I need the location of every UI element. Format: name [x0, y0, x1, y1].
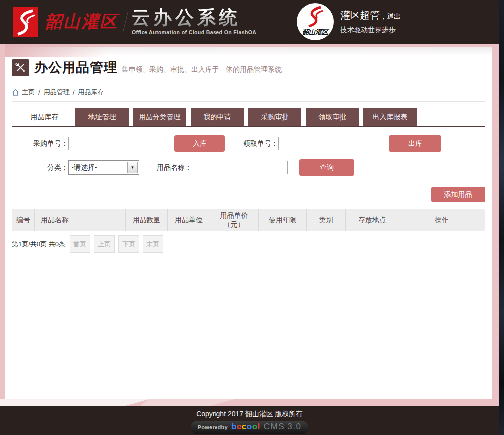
content-card: 办公用品管理 集申领、采购、审批、出入库于一体的用品管理系统 主页 / 用品管理…: [5, 47, 492, 399]
breadcrumb-supplies-management[interactable]: 用品管理: [44, 88, 70, 97]
cms-badge: Poweredby becool CMS 3.0: [191, 421, 309, 434]
brand-calligraphy: 韶山灌区: [45, 10, 118, 33]
inbound-button[interactable]: 入库: [174, 135, 225, 152]
pagination-summary: 第1页/共0页 共0条: [12, 240, 65, 249]
tab-purchase-approval[interactable]: 采购审批: [248, 108, 301, 126]
tab-inventory[interactable]: 用品库存: [18, 108, 71, 126]
logout-link[interactable]: 退出: [387, 12, 401, 20]
col-header-unit: 用品单位: [168, 209, 210, 231]
breadcrumb-current: 用品库存: [78, 88, 104, 97]
avatar-caption: 韶山灌区: [297, 28, 334, 37]
becool-letter: b: [231, 422, 237, 431]
filter-panel: 采购单号： 入库 领取单号： 出库 分类： -请选择- ▼ 用品名称： 查询: [12, 127, 485, 202]
pickup-no-input[interactable]: [278, 137, 376, 150]
tab-inout-report[interactable]: 出入库报表: [363, 108, 417, 126]
breadcrumb-home[interactable]: 主页: [22, 88, 35, 97]
filter-row-3: 添加用品: [12, 187, 485, 202]
app-title: 云办公系统: [132, 8, 256, 28]
col-header-category: 类别: [307, 209, 346, 231]
inventory-table: 编号 用品名称 用品数量 用品单位 用品单价（元） 使用年限 类别 存放地点 操…: [12, 209, 485, 231]
category-label: 分类：: [12, 163, 68, 172]
col-header-id: 编号: [12, 209, 35, 231]
user-text: 灌区超管，退出 技术驱动世界进步: [340, 9, 401, 35]
app-header: 韶山灌区 云办公系统 Office Automation of Cloud Ba…: [0, 0, 499, 44]
select-dropdown-arrow-icon[interactable]: ▼: [127, 162, 138, 173]
purchase-no-input[interactable]: [68, 137, 166, 150]
category-selected-value: -请选择-: [69, 163, 127, 172]
breadcrumb: 主页 / 用品管理 / 用品库存: [12, 83, 485, 102]
col-header-storage-location: 存放地点: [346, 209, 399, 231]
becool-logo: becool: [231, 422, 260, 432]
app-footer: Copyright 2017 韶山灌区 版权所有 Poweredby becoo…: [0, 406, 499, 435]
home-icon: [12, 89, 19, 96]
tab-category-management[interactable]: 用品分类管理: [133, 108, 186, 126]
pagination: 第1页/共0页 共0条 首页 上页 下页 末页: [12, 235, 485, 253]
avatar: 韶山灌区: [297, 3, 334, 40]
browser-canvas: 韶山灌区 云办公系统 Office Automation of Cloud Ba…: [0, 0, 504, 435]
office-supplies-icon: [12, 59, 29, 76]
powered-by-label: Poweredby: [198, 424, 228, 430]
item-name-input[interactable]: [192, 161, 288, 174]
becool-letter: l: [258, 422, 260, 431]
username: 灌区超管: [340, 10, 380, 21]
bottom-band-decoration-light: [0, 399, 149, 406]
logout-separator: ，: [380, 12, 387, 20]
brand-logo-icon: [13, 7, 38, 37]
breadcrumb-separator: /: [37, 89, 41, 96]
copyright-text: Copyright 2017 韶山灌区 版权所有: [0, 410, 499, 419]
brand-divider: [123, 12, 128, 32]
becool-letter: o: [247, 422, 252, 431]
purchase-no-label: 采购单号：: [12, 139, 68, 148]
next-page-button[interactable]: 下页: [118, 235, 139, 253]
page-subtitle: 集申领、采购、审批、出入库于一体的用品管理系统: [122, 61, 282, 74]
breadcrumb-separator: /: [72, 89, 76, 96]
cms-version-label: CMS 3.0: [264, 422, 302, 432]
col-header-quantity: 用品数量: [126, 209, 168, 231]
page-title: 办公用品管理: [34, 59, 118, 76]
add-item-button[interactable]: 添加用品: [431, 187, 485, 202]
tab-bar: 用品库存 地址管理 用品分类管理 我的申请 采购审批 领取审批 出入库报表: [12, 108, 485, 127]
app-subtitle: Office Automation of Cloud Based On Flas…: [132, 29, 256, 35]
first-page-button[interactable]: 首页: [70, 235, 90, 253]
outbound-button[interactable]: 出库: [389, 135, 441, 152]
slogan: 技术驱动世界进步: [340, 26, 401, 35]
brand-block: 韶山灌区 云办公系统 Office Automation of Cloud Ba…: [0, 0, 499, 44]
tab-my-requests[interactable]: 我的申请: [191, 108, 244, 126]
col-header-service-life: 使用年限: [259, 209, 307, 231]
col-header-item-name: 用品名称: [35, 209, 126, 231]
becool-letter: o: [252, 422, 258, 431]
app-title-block: 云办公系统 Office Automation of Cloud Based O…: [132, 8, 256, 35]
becool-letter: e: [237, 422, 242, 431]
category-select[interactable]: -请选择- ▼: [68, 160, 139, 175]
table-header-row: 编号 用品名称 用品数量 用品单位 用品单价（元） 使用年限 类别 存放地点 操…: [12, 209, 485, 231]
item-name-label: 用品名称：: [157, 163, 192, 172]
col-header-unit-price: 用品单价（元）: [210, 209, 259, 231]
page-title-bar: 办公用品管理 集申领、采购、审批、出入库于一体的用品管理系统: [12, 47, 485, 76]
last-page-button[interactable]: 末页: [143, 235, 163, 253]
tab-pickup-approval[interactable]: 领取审批: [306, 108, 359, 126]
tab-address-management[interactable]: 地址管理: [75, 108, 129, 126]
prev-page-button[interactable]: 上页: [94, 235, 115, 253]
search-button[interactable]: 查询: [299, 159, 354, 176]
bottom-band-decoration-pink: [140, 399, 234, 406]
pickup-no-label: 领取单号：: [243, 139, 278, 148]
user-area: 韶山灌区 灌区超管，退出 技术驱动世界进步: [297, 2, 401, 42]
becool-letter: c: [242, 422, 247, 431]
filter-row-1: 采购单号： 入库 领取单号： 出库: [12, 135, 485, 152]
page-container: 韶山灌区 云办公系统 Office Automation of Cloud Ba…: [0, 0, 499, 435]
user-line: 灌区超管，退出: [340, 9, 401, 22]
filter-row-2: 分类： -请选择- ▼ 用品名称： 查询: [12, 159, 485, 176]
col-header-actions: 操作: [399, 209, 485, 231]
